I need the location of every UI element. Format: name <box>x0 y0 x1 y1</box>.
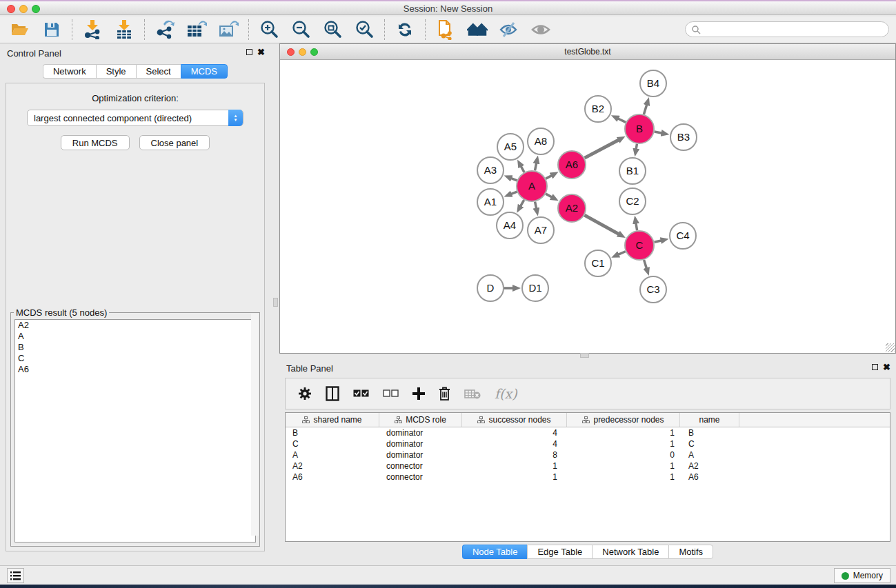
deselect-all-icon[interactable] <box>383 389 399 398</box>
table-cell[interactable]: dominator <box>379 439 462 449</box>
table-cell[interactable]: connector <box>379 461 462 471</box>
node-B2[interactable]: B2 <box>585 96 611 122</box>
edge-A2-C[interactable] <box>584 215 619 234</box>
edge-B-B1[interactable] <box>636 144 637 150</box>
node-C2[interactable]: C2 <box>619 188 646 214</box>
edge-A-A3[interactable] <box>510 178 517 181</box>
edge-A-A1[interactable] <box>510 192 517 194</box>
delete-column-icon[interactable] <box>439 387 450 401</box>
table-cell[interactable]: dominator <box>379 428 462 438</box>
close-panel-button[interactable]: Close panel <box>139 135 210 150</box>
result-item[interactable]: C <box>15 353 255 364</box>
mcds-result-list[interactable]: A2ABCA6 <box>14 319 256 543</box>
zoom-selected-icon[interactable] <box>354 19 375 40</box>
import-table-icon[interactable] <box>114 19 135 40</box>
export-table-icon[interactable] <box>186 19 207 40</box>
table-cell[interactable]: B <box>680 428 739 438</box>
table-cell[interactable]: 1 <box>567 439 680 449</box>
edge-B-B2[interactable] <box>617 118 626 122</box>
table-cell[interactable]: dominator <box>379 450 462 460</box>
vertical-split-handle[interactable] <box>273 298 278 307</box>
edge-C-C2[interactable] <box>636 223 637 231</box>
float-table-panel-icon[interactable] <box>872 364 878 370</box>
table-cell[interactable]: 4 <box>462 439 567 449</box>
open-file-icon[interactable] <box>10 19 30 40</box>
edge-C-C1[interactable] <box>617 252 625 255</box>
node-table[interactable]: shared nameMCDS rolesuccessor nodesprede… <box>285 412 890 542</box>
zoom-out-icon[interactable] <box>290 19 311 40</box>
table-cell[interactable]: B <box>286 428 379 438</box>
table-cell[interactable]: A <box>286 450 379 460</box>
node-A2[interactable]: A2 <box>558 194 586 222</box>
result-item[interactable]: B <box>15 342 255 353</box>
result-scrollbar[interactable] <box>251 314 259 536</box>
edge-A-A6[interactable] <box>546 175 552 179</box>
edge-A-A8[interactable] <box>535 162 537 170</box>
export-image-icon[interactable] <box>218 19 239 40</box>
criterion-select[interactable]: largest connected component (directed) ▴… <box>27 110 243 126</box>
task-history-button[interactable] <box>7 568 24 583</box>
table-cell[interactable]: A2 <box>680 461 739 471</box>
table-row[interactable]: A2connector11A2 <box>286 460 890 472</box>
tab-node-table[interactable]: Node Table <box>462 545 528 559</box>
edge-A-A2[interactable] <box>546 194 552 197</box>
edge-A-A5[interactable] <box>521 165 524 172</box>
function-builder-icon[interactable]: f(x) <box>495 386 517 401</box>
zoom-fit-icon[interactable] <box>322 19 343 40</box>
run-mcds-button[interactable]: Run MCDS <box>61 135 130 150</box>
table-cell[interactable]: C <box>286 439 379 449</box>
edge-A6-B[interactable] <box>585 139 619 158</box>
resize-corner-icon[interactable] <box>886 343 895 352</box>
table-cell[interactable]: A6 <box>286 472 379 482</box>
save-session-icon[interactable] <box>41 19 62 40</box>
tab-mcds[interactable]: MCDS <box>181 64 228 79</box>
result-item[interactable]: A <box>15 331 255 342</box>
close-table-panel-icon[interactable]: ✖ <box>883 362 890 372</box>
node-C4[interactable]: C4 <box>670 223 696 249</box>
table-cell[interactable]: 1 <box>462 472 567 482</box>
edge-C-C4[interactable] <box>654 241 661 243</box>
node-A5[interactable]: A5 <box>497 134 524 160</box>
add-column-icon[interactable] <box>412 387 425 400</box>
node-C[interactable]: C <box>625 231 654 260</box>
node-A7[interactable]: A7 <box>528 217 554 243</box>
show-all-icon[interactable] <box>530 19 551 40</box>
result-item[interactable]: A6 <box>15 364 255 375</box>
tab-network-table[interactable]: Network Table <box>592 545 668 559</box>
column-header-shared-name[interactable]: shared name <box>286 413 379 427</box>
table-cell[interactable]: 4 <box>462 428 567 438</box>
table-cell[interactable]: C <box>680 439 739 449</box>
table-row[interactable]: Cdominator41C <box>286 438 890 449</box>
table-cell[interactable]: A6 <box>680 472 739 482</box>
table-row[interactable]: Adominator80A <box>286 449 890 460</box>
node-A4[interactable]: A4 <box>497 212 523 239</box>
search-input[interactable] <box>701 25 888 34</box>
float-panel-icon[interactable] <box>246 49 252 55</box>
table-row[interactable]: A6connector11A6 <box>286 472 890 483</box>
table-row[interactable]: Bdominator41B <box>286 427 890 438</box>
refresh-layout-icon[interactable] <box>395 19 415 40</box>
table-cell[interactable]: 1 <box>462 461 567 471</box>
column-header-predecessor-nodes[interactable]: predecessor nodes <box>567 413 680 427</box>
column-header-name[interactable]: name <box>680 413 739 427</box>
tab-network[interactable]: Network <box>43 64 96 79</box>
open-browser-icon[interactable] <box>467 19 488 40</box>
tab-select[interactable]: Select <box>136 64 181 79</box>
column-header-MCDS-role[interactable]: MCDS role <box>379 413 462 427</box>
search-box[interactable] <box>685 21 889 37</box>
close-panel-icon[interactable]: ✖ <box>257 47 265 57</box>
export-network-icon[interactable] <box>155 19 175 40</box>
table-cell[interactable]: connector <box>379 472 462 482</box>
edge-B-B3[interactable] <box>655 132 663 133</box>
node-C1[interactable]: C1 <box>585 250 611 276</box>
table-cell[interactable]: 1 <box>567 428 680 438</box>
node-A6[interactable]: A6 <box>558 151 586 179</box>
result-item[interactable]: A2 <box>15 320 255 331</box>
node-D1[interactable]: D1 <box>522 275 548 301</box>
memory-button[interactable]: Memory <box>834 568 890 583</box>
horizontal-split-handle[interactable] <box>580 353 589 358</box>
settings-gear-icon[interactable] <box>298 387 312 401</box>
zoom-in-icon[interactable] <box>259 19 279 40</box>
delete-table-icon[interactable] <box>464 389 481 399</box>
network-canvas[interactable]: B4B2BB3A5A8A6A3B1AA1C2A2A4A7C4CC1C3DD1 <box>280 60 895 353</box>
